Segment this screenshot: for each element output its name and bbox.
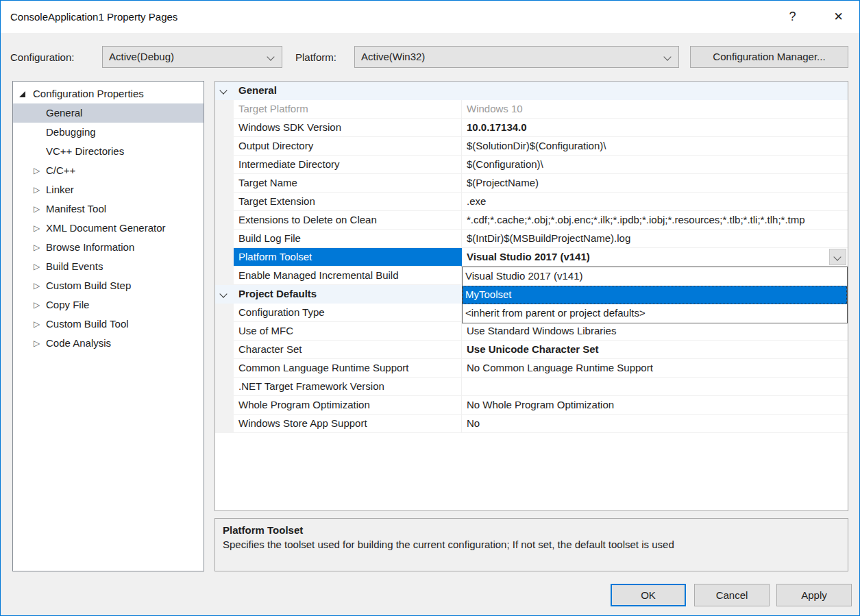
property-row-common-language-runtime-support[interactable]: Common Language Runtime Support No Commo…: [215, 359, 848, 378]
chevron-down-icon: [833, 253, 841, 260]
apply-button[interactable]: Apply: [776, 584, 852, 606]
property-row-windows-sdk-version[interactable]: Windows SDK Version 10.0.17134.0: [215, 119, 848, 137]
property-row-build-log-file[interactable]: Build Log File $(IntDir)$(MSBuildProject…: [215, 230, 848, 248]
configuration-manager-button[interactable]: Configuration Manager...: [690, 46, 848, 68]
tree-item-manifest-tool[interactable]: ▷ Manifest Tool: [13, 199, 204, 219]
help-icon[interactable]: ?: [777, 1, 808, 33]
collapsed-triangle-icon[interactable]: ▷: [34, 180, 40, 199]
title-bar: ConsoleApplication1 Property Pages ? ✕: [1, 1, 859, 33]
property-row-windows-store-app-support[interactable]: Windows Store App Support No: [215, 415, 848, 433]
property-row-target-extension[interactable]: Target Extension .exe: [215, 193, 848, 211]
dropdown-option-vs2017[interactable]: Visual Studio 2017 (v141): [463, 267, 847, 286]
cancel-button[interactable]: Cancel: [694, 584, 770, 606]
tree-item-custom-build-tool[interactable]: ▷ Custom Build Tool: [13, 315, 204, 334]
platform-toolset-dropdown-list: Visual Studio 2017 (v141) MyToolset <inh…: [462, 267, 848, 323]
group-header-general[interactable]: General: [215, 82, 848, 100]
tree-item-build-events[interactable]: ▷ Build Events: [13, 257, 204, 276]
expanded-triangle-icon[interactable]: [19, 91, 25, 97]
property-grid: General Target Platform Windows 10 Windo…: [214, 81, 848, 511]
window-title: ConsoleApplication1 Property Pages: [10, 1, 177, 33]
property-row-intermediate-directory[interactable]: Intermediate Directory $(Configuration)\: [215, 156, 848, 174]
tree-root-configuration-properties[interactable]: Configuration Properties: [13, 84, 204, 103]
property-row-character-set[interactable]: Character Set Use Unicode Character Set: [215, 341, 848, 359]
tree-item-custom-build-step[interactable]: ▷ Custom Build Step: [13, 276, 204, 295]
property-row-whole-program-optimization[interactable]: Whole Program Optimization No Whole Prog…: [215, 396, 848, 415]
description-title: Platform Toolset: [223, 524, 840, 536]
collapsed-triangle-icon[interactable]: ▷: [34, 295, 40, 315]
chevron-down-icon: [267, 53, 274, 60]
platform-select[interactable]: Active(Win32): [354, 46, 679, 68]
tree-item-code-analysis[interactable]: ▷ Code Analysis: [13, 334, 204, 353]
dropdown-button[interactable]: [829, 249, 846, 265]
property-row-target-name[interactable]: Target Name $(ProjectName): [215, 174, 848, 193]
collapsed-triangle-icon[interactable]: ▷: [34, 334, 40, 353]
tree-item-copy-file[interactable]: ▷ Copy File: [13, 295, 204, 315]
property-pages-dialog: ConsoleApplication1 Property Pages ? ✕ C…: [0, 0, 860, 616]
tree-item-general[interactable]: General: [13, 103, 204, 123]
category-tree: Configuration Properties General Debuggi…: [12, 81, 204, 571]
collapsed-triangle-icon[interactable]: ▷: [34, 276, 40, 295]
tree-item-vcpp-directories[interactable]: VC++ Directories: [13, 142, 204, 161]
tree-item-browse-information[interactable]: ▷ Browse Information: [13, 238, 204, 257]
property-row-target-platform[interactable]: Target Platform Windows 10: [215, 100, 848, 119]
collapsed-triangle-icon[interactable]: ▷: [34, 199, 40, 219]
property-row-output-directory[interactable]: Output Directory $(SolutionDir)$(Configu…: [215, 137, 848, 156]
collapsed-triangle-icon[interactable]: ▷: [34, 161, 40, 180]
tree-item-xml-document-generator[interactable]: ▷ XML Document Generator: [13, 219, 204, 238]
collapsed-triangle-icon[interactable]: ▷: [34, 257, 40, 276]
platform-label: Platform:: [295, 51, 336, 63]
configuration-select-value: Active(Debug): [109, 51, 174, 62]
collapsed-triangle-icon[interactable]: ▷: [34, 219, 40, 238]
property-row-extensions-to-delete-on-clean[interactable]: Extensions to Delete on Clean *.cdf;*.ca…: [215, 211, 848, 230]
description-panel: Platform Toolset Specifies the toolset u…: [214, 518, 848, 571]
ok-button[interactable]: OK: [611, 584, 686, 606]
collapsed-triangle-icon[interactable]: ▷: [34, 315, 40, 334]
dropdown-option-mytoolset[interactable]: MyToolset: [463, 286, 847, 304]
property-row-platform-toolset[interactable]: Platform Toolset Visual Studio 2017 (v14…: [215, 248, 848, 267]
close-icon[interactable]: ✕: [823, 1, 854, 33]
collapsed-triangle-icon[interactable]: ▷: [34, 238, 40, 257]
platform-select-value: Active(Win32): [361, 51, 425, 62]
configuration-label: Configuration:: [10, 51, 74, 63]
property-row-use-of-mfc[interactable]: Use of MFC Use Standard Windows Librarie…: [215, 322, 848, 341]
dropdown-option-inherit[interactable]: <inherit from parent or project defaults…: [463, 304, 847, 323]
platform-toolset-value: Visual Studio 2017 (v141): [467, 251, 590, 262]
description-text: Specifies the toolset used for building …: [223, 539, 840, 550]
property-row-net-target-framework-version[interactable]: .NET Target Framework Version: [215, 378, 848, 396]
tree-item-linker[interactable]: ▷ Linker: [13, 180, 204, 199]
tree-item-debugging[interactable]: Debugging: [13, 123, 204, 142]
configuration-select[interactable]: Active(Debug): [102, 46, 282, 68]
tree-item-c-cpp[interactable]: ▷ C/C++: [13, 161, 204, 180]
chevron-down-icon: [663, 53, 671, 60]
